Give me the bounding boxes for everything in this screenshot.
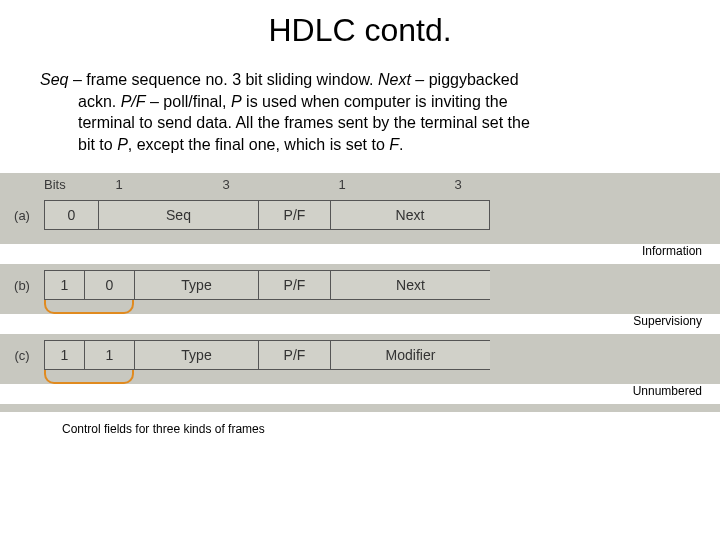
text: – frame sequence no. 3 bit sliding windo… xyxy=(68,71,378,88)
f-term: F xyxy=(389,136,399,153)
bits-header: Bits 1 3 1 3 xyxy=(0,177,720,194)
row-a-field-seq: Seq xyxy=(98,200,258,230)
page-title: HDLC contd. xyxy=(0,0,720,69)
row-c-field-type: Type xyxy=(134,340,258,370)
next-term: Next xyxy=(378,71,411,88)
frame-diagram: Bits 1 3 1 3 (a) 0 Seq P/F Next Informat… xyxy=(0,173,720,412)
row-b-field-1: 1 xyxy=(44,270,84,300)
row-b-field-pf: P/F xyxy=(258,270,330,300)
row-c-field-modifier: Modifier xyxy=(330,340,490,370)
row-a: (a) 0 Seq P/F Next xyxy=(0,200,720,230)
pf-term: P/F xyxy=(121,93,146,110)
row-b: (b) 1 0 Type P/F Next xyxy=(0,270,720,300)
side-label-unnumbered: Unnumbered xyxy=(633,384,702,398)
brace-icon xyxy=(44,300,134,314)
text: ackn. xyxy=(78,93,121,110)
bits-col-3: 1 xyxy=(306,177,378,192)
row-a-field-1: 0 xyxy=(44,200,98,230)
text: – piggybacked xyxy=(411,71,519,88)
row-a-field-pf: P/F xyxy=(258,200,330,230)
row-c-field-1: 1 xyxy=(44,340,84,370)
row-b-field-next: Next xyxy=(330,270,490,300)
strip-a: Information xyxy=(0,244,720,264)
strip-b: Supervisiony xyxy=(0,314,720,334)
bits-col-1: 1 xyxy=(92,177,146,192)
row-c-field-pf: P/F xyxy=(258,340,330,370)
side-label-information: Information xyxy=(642,244,702,258)
text: is used when computer is inviting the xyxy=(242,93,508,110)
row-c-field-1b: 1 xyxy=(84,340,134,370)
brace-icon xyxy=(44,370,134,384)
seq-term: Seq xyxy=(40,71,68,88)
p-term: P xyxy=(117,136,128,153)
text: , except the final one, which is set to xyxy=(128,136,389,153)
row-b-label: (b) xyxy=(0,278,44,293)
bits-col-2: 3 xyxy=(146,177,306,192)
row-a-field-next: Next xyxy=(330,200,490,230)
p-term: P xyxy=(231,93,242,110)
text: . xyxy=(399,136,403,153)
text: terminal to send data. All the frames se… xyxy=(40,112,680,134)
strip-c: Unnumbered xyxy=(0,384,720,404)
description-paragraph: Seq – frame sequence no. 3 bit sliding w… xyxy=(0,69,720,155)
bits-label: Bits xyxy=(44,177,92,192)
text: – poll/final, xyxy=(146,93,231,110)
row-c-label: (c) xyxy=(0,348,44,363)
text: bit to xyxy=(78,136,117,153)
row-c: (c) 1 1 Type P/F Modifier xyxy=(0,340,720,370)
side-label-supervisory: Supervisiony xyxy=(633,314,702,328)
row-b-field-type: Type xyxy=(134,270,258,300)
bits-col-4: 3 xyxy=(378,177,538,192)
row-a-label: (a) xyxy=(0,208,44,223)
diagram-caption: Control fields for three kinds of frames xyxy=(0,412,720,436)
row-b-field-1b: 0 xyxy=(84,270,134,300)
